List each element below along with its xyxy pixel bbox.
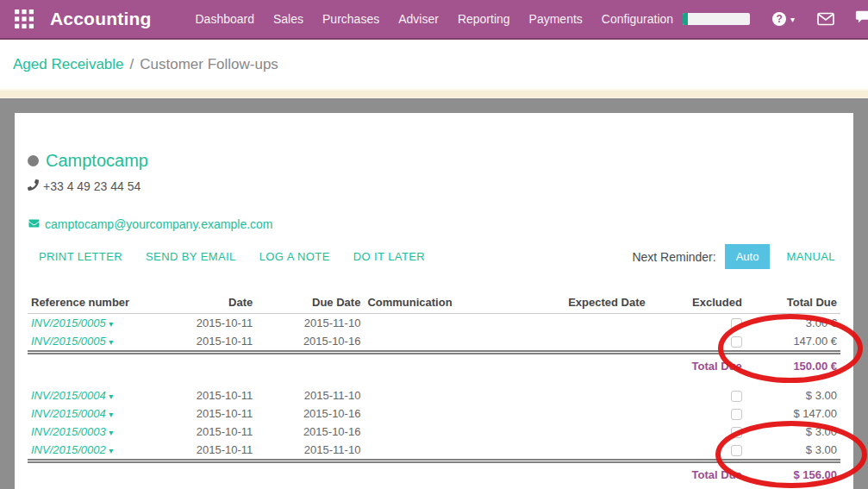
reminder-manual-button[interactable]: MANUAL <box>781 249 840 264</box>
total-row-usd: Total Due $ 156.00 <box>28 461 840 485</box>
menu-configuration[interactable]: Configuration <box>592 12 683 26</box>
menu-dashboard[interactable]: Dashboard <box>186 12 265 26</box>
invoice-communication <box>364 332 528 353</box>
excluded-checkbox[interactable] <box>731 427 742 438</box>
table-row: INV/2015/0005 ▾ 2015-10-11 2015-11-10 3.… <box>28 314 840 333</box>
menu-purchases[interactable]: Purchases <box>313 12 389 26</box>
invoice-total-due: $ 147.00 <box>746 404 840 423</box>
invoice-ref-link[interactable]: INV/2015/0005 ▾ <box>31 335 113 348</box>
reminder-auto-button[interactable]: Auto <box>725 244 771 269</box>
invoice-date: 2015-10-11 <box>170 314 256 333</box>
invoice-ref: INV/2015/0005 <box>31 335 106 348</box>
invoice-communication <box>364 386 528 404</box>
invoice-communication <box>364 404 528 423</box>
app-title[interactable]: Accounting <box>50 9 152 29</box>
invoice-expected-date <box>528 332 649 353</box>
invoice-ref: INV/2015/0002 <box>31 443 106 456</box>
breadcrumb-separator: / <box>130 56 134 73</box>
invoice-due-date: 2015-10-16 <box>256 332 364 353</box>
next-reminder-group: Next Reminder: Auto MANUAL <box>632 244 840 269</box>
customer-header: Camptocamp <box>28 151 840 171</box>
invoice-expected-date <box>528 404 649 423</box>
caret-down-icon: ▾ <box>109 446 113 455</box>
breadcrumb-aged-receivable[interactable]: Aged Receivable <box>13 56 124 73</box>
main-menu: Dashboard Sales Purchases Adviser Report… <box>186 12 684 26</box>
table-header-row: Reference number Date Due Date Communica… <box>28 293 840 314</box>
invoice-ref-link[interactable]: INV/2015/0004 ▾ <box>31 389 113 402</box>
send-by-email-button[interactable]: SEND BY EMAIL <box>146 245 236 268</box>
excluded-checkbox[interactable] <box>731 336 742 348</box>
excluded-checkbox[interactable] <box>731 391 742 402</box>
caret-down-icon: ▾ <box>109 392 113 401</box>
next-reminder-label: Next Reminder: <box>632 250 715 264</box>
invoice-expected-date <box>528 423 649 441</box>
invoice-ref-link[interactable]: INV/2015/0003 ▾ <box>31 425 113 438</box>
notice-strip <box>0 89 868 98</box>
invoice-ref-link[interactable]: INV/2015/0002 ▾ <box>31 443 113 456</box>
invoice-communication <box>364 314 528 333</box>
do-it-later-button[interactable]: DO IT LATER <box>353 245 425 268</box>
invoice-total-due: 147.00 € <box>746 332 840 353</box>
chevron-down-icon: ▾ <box>790 15 795 24</box>
col-expected-date: Expected Date <box>528 293 649 314</box>
table-row: INV/2015/0004 ▾ 2015-10-11 2015-10-16 $ … <box>28 404 840 423</box>
table-row: INV/2015/0004 ▾ 2015-10-11 2015-11-10 $ … <box>28 386 840 404</box>
planner-progress-bar[interactable] <box>683 13 750 25</box>
menu-adviser[interactable]: Adviser <box>389 12 448 26</box>
total-due-amount-eur: 150.00 € <box>746 353 840 376</box>
invoice-due-date: 2015-10-16 <box>256 423 364 441</box>
breadcrumb-current-page: Customer Follow-ups <box>140 56 278 73</box>
total-row-eur: Total Due 150.00 € <box>28 353 840 376</box>
customer-name: Camptocamp <box>46 151 148 171</box>
invoice-expected-date <box>528 314 649 333</box>
customer-email-row: camptocamp@yourcompany.example.com <box>28 217 840 231</box>
caret-down-icon: ▾ <box>109 319 113 329</box>
envelope-icon <box>28 217 41 231</box>
phone-icon <box>28 179 43 193</box>
apps-grid-icon[interactable] <box>15 9 34 28</box>
page-background: Camptocamp +33 4 49 23 44 54 camptocamp@… <box>0 98 868 489</box>
total-due-amount-usd: $ 156.00 <box>746 461 840 485</box>
log-a-note-button[interactable]: LOG A NOTE <box>259 245 330 268</box>
excluded-checkbox[interactable] <box>731 445 742 456</box>
total-due-label: Total Due <box>28 353 746 376</box>
invoice-ref: INV/2015/0003 <box>31 425 106 438</box>
invoice-ref-link[interactable]: INV/2015/0004 ▾ <box>31 407 113 420</box>
invoice-communication <box>364 423 528 441</box>
table-row: INV/2015/0002 ▾ 2015-10-11 2015-11-10 $ … <box>28 441 840 461</box>
messages-envelope-icon[interactable] <box>817 12 834 26</box>
col-total-due: Total Due <box>746 293 840 314</box>
invoice-total-due: 3.00 € <box>746 314 840 333</box>
customer-email-link[interactable]: camptocamp@yourcompany.example.com <box>45 217 273 231</box>
customer-phone-row: +33 4 49 23 44 54 <box>28 179 840 193</box>
invoice-expected-date <box>528 441 649 461</box>
caret-down-icon: ▾ <box>109 337 113 347</box>
invoice-total-due: $ 3.00 <box>746 423 840 441</box>
help-icon: ? <box>772 12 786 26</box>
invoice-due-date: 2015-11-10 <box>256 386 364 404</box>
invoice-due-date: 2015-10-16 <box>256 404 364 423</box>
invoice-total-due: $ 3.00 <box>746 386 840 404</box>
invoice-date: 2015-10-11 <box>170 423 256 441</box>
invoice-ref: INV/2015/0004 <box>31 389 106 402</box>
menu-payments[interactable]: Payments <box>520 12 592 26</box>
invoice-ref: INV/2015/0005 <box>31 317 106 329</box>
invoice-total-due: $ 3.00 <box>746 441 840 461</box>
chat-messages-button[interactable]: 21 <box>855 10 868 28</box>
excluded-checkbox[interactable] <box>731 409 742 420</box>
topbar-right-cluster: ? ▾ 21 <box>683 10 868 28</box>
invoice-ref: INV/2015/0004 <box>31 407 106 420</box>
menu-sales[interactable]: Sales <box>264 12 313 26</box>
customer-phone: +33 4 49 23 44 54 <box>43 179 141 193</box>
menu-reporting[interactable]: Reporting <box>448 12 520 26</box>
print-letter-button[interactable]: PRINT LETTER <box>39 245 122 268</box>
col-due-date: Due Date <box>256 293 364 314</box>
invoice-ref-link[interactable]: INV/2015/0005 ▾ <box>31 317 113 329</box>
excluded-checkbox[interactable] <box>731 318 742 329</box>
col-reference-number: Reference number <box>28 293 170 314</box>
invoice-date: 2015-10-11 <box>170 332 256 353</box>
help-menu[interactable]: ? ▾ <box>772 12 795 26</box>
caret-down-icon: ▾ <box>109 410 113 419</box>
invoice-due-date: 2015-11-10 <box>256 441 364 461</box>
invoice-date: 2015-10-11 <box>170 441 256 461</box>
